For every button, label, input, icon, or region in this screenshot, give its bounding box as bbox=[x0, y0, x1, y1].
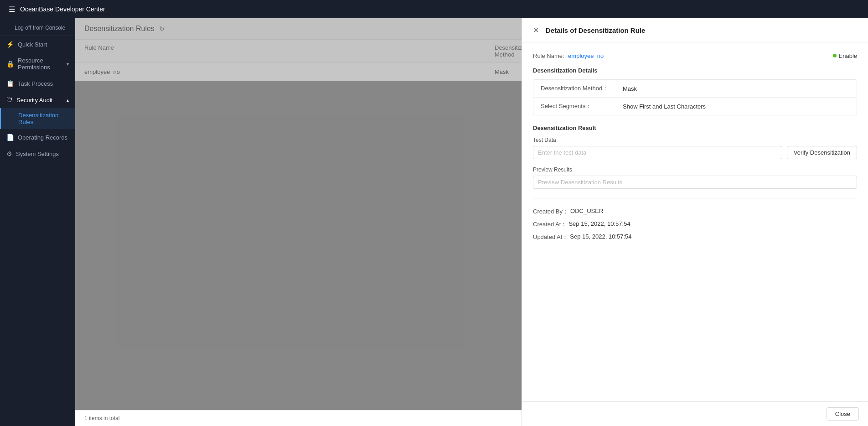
sidebar-item-label: System Settings bbox=[16, 151, 59, 157]
created-by-value: ODC_USER bbox=[570, 208, 603, 216]
details-section-label: Desensitization Details bbox=[533, 67, 857, 74]
segments-label: Select Segments： bbox=[541, 102, 623, 110]
operating-records-icon: 📄 bbox=[6, 134, 14, 141]
table-row[interactable]: employee_no Mask bbox=[75, 63, 522, 81]
total-count: 1 items in total bbox=[84, 415, 119, 421]
panel-footer: Close bbox=[522, 401, 868, 426]
col-header-rule-name: Rule Name bbox=[84, 44, 495, 58]
desensitization-table: Rule Name Desensitization Method employe… bbox=[75, 40, 522, 81]
sidebar-item-resource-permissions[interactable]: 🔒 Resource Permissions ▾ bbox=[0, 52, 75, 75]
col-header-desens: Desensitization Method bbox=[495, 44, 522, 58]
verify-desensitization-button[interactable]: Verify Desensitization bbox=[787, 146, 857, 159]
rule-name-row: Rule Name: employee_no Enable bbox=[533, 52, 857, 60]
test-data-input[interactable] bbox=[533, 146, 782, 159]
preview-label: Preview Results bbox=[533, 166, 857, 173]
result-section-label: Desensitization Result bbox=[533, 125, 857, 131]
updated-at-label: Updated At： bbox=[533, 233, 568, 241]
sidebar-item-label: Resource Permissions bbox=[18, 57, 63, 71]
enable-badge: Enable bbox=[833, 52, 857, 59]
content-header: Desensitization Rules ↻ bbox=[75, 18, 522, 40]
app-title: OceanBase Developer Center bbox=[20, 5, 105, 13]
preview-results-input[interactable] bbox=[533, 176, 857, 189]
sidebar: ← Log off from Console ⚡ Quick Start 🔒 R… bbox=[0, 18, 75, 426]
task-process-icon: 📋 bbox=[6, 80, 14, 87]
desensitization-rules-label: Desensitization Rules bbox=[18, 112, 58, 125]
sidebar-item-label: Task Process bbox=[18, 80, 53, 87]
cell-rule-name: employee_no bbox=[84, 68, 495, 75]
method-label: Desensitization Method： bbox=[541, 84, 623, 93]
sidebar-item-desensitization-rules[interactable]: Desensitization Rules bbox=[0, 108, 75, 129]
segments-value: Show First and Last Characters bbox=[623, 103, 706, 110]
arrow-left-icon: ← bbox=[6, 25, 12, 31]
topbar: ☰ OceanBase Developer Center bbox=[0, 0, 868, 18]
quick-start-icon: ⚡ bbox=[6, 41, 14, 48]
test-data-section: Test Data Verify Desensitization bbox=[533, 137, 857, 159]
sidebar-item-label: Operating Records bbox=[18, 134, 67, 141]
enable-label: Enable bbox=[839, 52, 857, 59]
panel-header: ✕ Details of Desensitization Rule bbox=[522, 18, 868, 42]
sidebar-item-system-settings[interactable]: ⚙ System Settings bbox=[0, 145, 75, 162]
sidebar-item-operating-records[interactable]: 📄 Operating Records bbox=[0, 129, 75, 145]
close-button[interactable]: Close bbox=[827, 407, 859, 421]
topbar-logo: ☰ OceanBase Developer Center bbox=[7, 5, 105, 14]
panel-title: Details of Desensitization Rule bbox=[546, 26, 645, 34]
content-footer: 1 items in total bbox=[75, 410, 522, 426]
sidebar-item-label: Quick Start bbox=[18, 41, 47, 48]
segments-row: Select Segments： Show First and Last Cha… bbox=[533, 98, 857, 115]
method-row: Desensitization Method： Mask bbox=[533, 80, 857, 98]
created-by-row: Created By： ODC_USER bbox=[533, 208, 857, 216]
rule-name-section: Rule Name: employee_no bbox=[533, 52, 604, 60]
resource-permissions-icon: 🔒 bbox=[6, 60, 14, 68]
enable-status-dot bbox=[833, 54, 837, 57]
system-settings-icon: ⚙ bbox=[6, 150, 12, 157]
divider bbox=[533, 198, 857, 198]
sidebar-item-security-audit[interactable]: 🛡 Security Audit ▴ bbox=[0, 92, 75, 108]
method-value: Mask bbox=[623, 85, 637, 92]
sidebar-item-label: Security Audit bbox=[16, 97, 53, 104]
created-by-label: Created By： bbox=[533, 208, 568, 216]
created-at-value: Sep 15, 2022, 10:57:54 bbox=[568, 220, 630, 229]
created-at-label: Created At： bbox=[533, 220, 567, 229]
menu-icon: ☰ bbox=[7, 5, 16, 14]
updated-at-value: Sep 15, 2022, 10:57:54 bbox=[570, 233, 631, 241]
log-off-button[interactable]: ← Log off from Console bbox=[0, 20, 75, 36]
log-off-label: Log off from Console bbox=[15, 25, 65, 31]
chevron-up-icon: ▴ bbox=[67, 98, 69, 103]
cell-desens: Mask bbox=[495, 68, 512, 75]
meta-section: Created By： ODC_USER Created At： Sep 15,… bbox=[533, 208, 857, 241]
created-at-row: Created At： Sep 15, 2022, 10:57:54 bbox=[533, 220, 857, 229]
table-header: Rule Name Desensitization Method bbox=[75, 40, 522, 63]
sidebar-item-quick-start[interactable]: ⚡ Quick Start bbox=[0, 36, 75, 52]
sidebar-item-task-process[interactable]: 📋 Task Process bbox=[0, 75, 75, 92]
detail-panel: ✕ Details of Desensitization Rule Rule N… bbox=[522, 18, 868, 426]
security-audit-icon: 🛡 bbox=[6, 96, 13, 104]
test-data-label: Test Data bbox=[533, 137, 857, 143]
refresh-icon[interactable]: ↻ bbox=[159, 25, 165, 32]
test-data-row: Verify Desensitization bbox=[533, 146, 857, 159]
panel-body: Rule Name: employee_no Enable Desensitiz… bbox=[522, 42, 868, 401]
rule-name-label: Rule Name: bbox=[533, 52, 564, 59]
content-area: Desensitization Rules ↻ Rule Name Desens… bbox=[75, 18, 522, 426]
chevron-down-icon: ▾ bbox=[67, 62, 69, 67]
updated-at-row: Updated At： Sep 15, 2022, 10:57:54 bbox=[533, 233, 857, 241]
rule-name-value: employee_no bbox=[568, 52, 604, 59]
page-title: Desensitization Rules bbox=[84, 25, 155, 33]
preview-results-section: Preview Results bbox=[533, 166, 857, 189]
panel-close-icon[interactable]: ✕ bbox=[531, 26, 540, 35]
details-table: Desensitization Method： Mask Select Segm… bbox=[533, 79, 857, 115]
